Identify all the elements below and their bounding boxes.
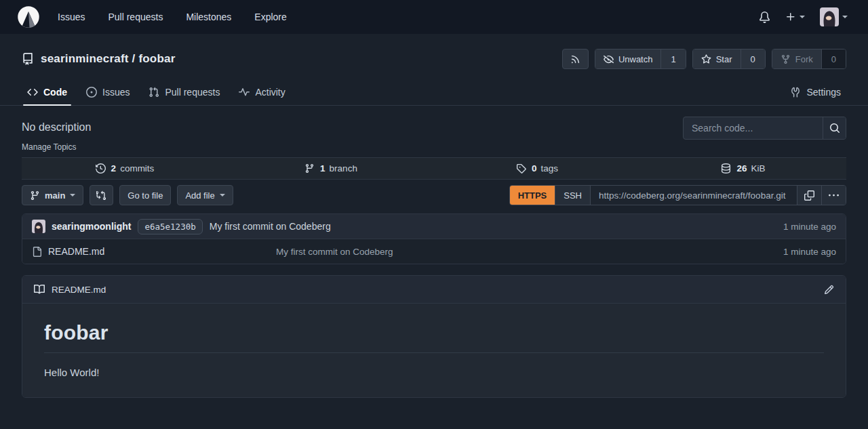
branch-icon [304,163,315,173]
tag-icon [516,163,526,173]
file-icon [32,247,42,257]
manage-topics-link[interactable]: Manage Topics [22,142,91,152]
repo-title[interactable]: searinminecraft / foobar [41,52,175,66]
rss-icon [570,54,580,64]
chevron-down-icon [842,16,848,18]
tags-stat[interactable]: 0tags [434,158,640,179]
tab-issues[interactable]: Issues [77,79,139,105]
chevron-down-icon [220,194,225,197]
rss-feed-button[interactable] [562,49,589,69]
unwatch-button[interactable]: Unwatch [595,49,661,68]
commit-message[interactable]: My first commit on Codeberg [210,221,331,232]
search-icon [829,123,840,134]
commits-stat[interactable]: 2commits [22,158,228,179]
commit-time: 1 minute ago [783,222,836,232]
repo-actions: Unwatch 1 Star 0 Fork 0 [562,49,846,69]
database-icon [721,163,731,173]
tab-settings[interactable]: Settings [781,79,850,105]
more-actions-button[interactable] [821,186,846,205]
watchers-count[interactable]: 1 [660,49,685,68]
user-avatar [820,7,839,26]
codeberg-logo-icon[interactable] [16,5,41,29]
readme-content: foobar Hello World! [22,304,846,397]
copy-url-button[interactable] [797,186,821,205]
readme-header: README.md [22,276,846,304]
compare-branches-button[interactable] [90,185,113,205]
repo-size-stat[interactable]: 26KiB [640,158,846,179]
repo-tabbar: Code Issues Pull requests Activity Setti… [0,79,868,106]
commit-sha-badge[interactable]: e6a5e1230b [138,219,202,234]
commit-author-name[interactable]: searingmoonlight [52,221,131,232]
nav-issues[interactable]: Issues [46,0,96,34]
issue-icon [86,87,97,98]
branches-stat[interactable]: 1branch [228,158,434,179]
ssh-protocol-button[interactable]: SSH [555,186,590,205]
watch-button-group: Unwatch 1 [595,49,686,69]
chevron-down-icon [800,16,805,18]
ellipsis-icon [829,190,839,201]
tab-code[interactable]: Code [18,79,77,105]
history-icon [96,163,106,173]
copy-icon [804,190,814,201]
search-button[interactable] [823,117,846,139]
pulse-icon [239,87,250,98]
stars-count[interactable]: 0 [741,49,765,68]
forks-count[interactable]: 0 [821,49,846,68]
commit-author-avatar[interactable] [32,220,45,233]
repository-icon [22,53,34,65]
branch-selector[interactable]: main [22,185,83,205]
star-button[interactable]: Star [693,49,741,68]
clone-url-group: HTTPS SSH [509,185,846,205]
branch-icon [30,190,40,201]
plus-icon [785,12,796,22]
git-compare-icon [96,190,106,201]
file-link[interactable]: README.md [32,246,276,257]
repo-description: No description [22,121,91,134]
fork-icon [781,54,791,64]
nav-pull-requests[interactable]: Pull requests [96,0,174,34]
fork-button-group: Fork 0 [772,49,846,69]
table-row: README.md My first commit on Codeberg 1 … [22,239,846,264]
eye-closed-icon [604,54,614,64]
settings-wrench-icon [790,87,801,98]
pencil-icon [824,285,834,295]
create-new-dropdown[interactable] [785,12,805,22]
branch-toolbar: main Go to file Add file HTTPS SSH [22,185,846,205]
readme-filename[interactable]: README.md [52,285,106,295]
navbar-links: Issues Pull requests Milestones Explore [46,0,298,34]
go-to-file-button[interactable]: Go to file [119,185,171,205]
https-protocol-button[interactable]: HTTPS [510,186,555,205]
book-open-icon [34,284,45,295]
tabbar-spacer [295,79,781,105]
readme-panel: README.md foobar Hello World! [22,275,846,398]
user-menu-dropdown[interactable] [820,7,848,26]
notifications-bell-icon[interactable] [759,12,770,23]
nav-explore[interactable]: Explore [243,0,298,34]
fork-button[interactable]: Fork [772,49,821,68]
repo-header: searinminecraft / foobar Unwatch 1 Star … [0,34,868,76]
star-icon [701,54,711,64]
readme-paragraph: Hello World! [44,367,824,378]
add-file-button[interactable]: Add file [177,185,233,205]
file-commit-time: 1 minute ago [783,247,836,257]
file-list-box: searingmoonlight e6a5e1230b My first com… [22,213,846,264]
top-navbar: Issues Pull requests Milestones Explore [0,0,868,34]
navbar-right [759,7,857,26]
nav-milestones[interactable]: Milestones [174,0,243,34]
tab-pull-requests[interactable]: Pull requests [139,79,229,105]
latest-commit-row: searingmoonlight e6a5e1230b My first com… [22,214,846,239]
pull-request-icon [149,87,159,98]
file-commit-message[interactable]: My first commit on Codeberg [276,247,783,257]
star-button-group: Star 0 [692,49,766,69]
code-icon [27,87,38,98]
code-search-input[interactable] [684,117,823,139]
edit-readme-button[interactable] [824,285,834,295]
chevron-down-icon [70,194,75,197]
repo-stats-bar: 2commits 1branch 0tags 26KiB [22,157,846,180]
code-search [683,117,846,140]
tab-activity[interactable]: Activity [229,79,294,105]
main-content: No description Manage Topics 2commits 1b… [0,117,868,398]
clone-url-input[interactable] [590,186,797,205]
readme-heading: foobar [44,321,824,353]
